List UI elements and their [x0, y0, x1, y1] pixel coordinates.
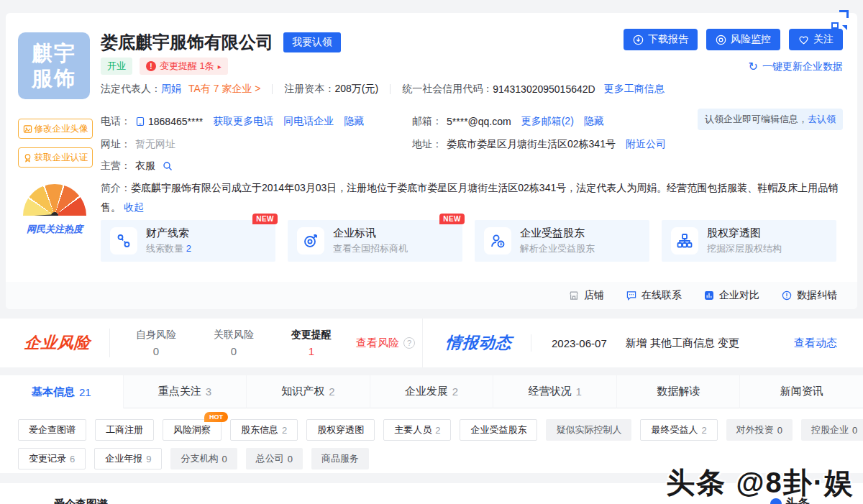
company-compare-button[interactable]: 企业对比 — [703, 289, 759, 302]
tab-operating-status[interactable]: 经营状况1 — [493, 375, 617, 408]
risk-intel-bar: 企业风险 自身风险 0 关联风险 0 变更提醒 1 查看风险 ? — [0, 319, 863, 367]
follow-button[interactable]: 关注 — [789, 29, 843, 50]
chip-suspected-controller[interactable]: 疑似实际控制人 — [546, 419, 631, 441]
tab-company-development[interactable]: 企业发展2 — [370, 375, 494, 408]
card-subtitle: 线索数量 — [146, 243, 183, 254]
chip-label: 风险洞察 — [173, 423, 211, 436]
feature-card-equity-penetration[interactable]: 股权穿透图 挖掘深层股权结构 — [662, 220, 836, 262]
feature-card-asset-clues[interactable]: NEW 财产线索 线索数量 2 — [101, 220, 275, 262]
hide-email-link[interactable]: 隐藏 — [584, 115, 604, 128]
nearby-companies-link[interactable]: 附近公司 — [626, 138, 666, 151]
feature-card-tender-news[interactable]: NEW 企业标讯 查看全国招标商机 — [288, 220, 462, 262]
get-certified-label: 获取企业认证 — [35, 152, 88, 164]
update-company-data-link[interactable]: ↻ 一键更新企业数据 — [749, 60, 843, 73]
tender-target-icon — [297, 227, 324, 255]
card-subtitle-count: 2 — [186, 243, 191, 254]
chip-label: 企业年报 — [105, 452, 142, 465]
chip-business-registration[interactable]: 工商注册 — [95, 419, 154, 441]
email-row: 邮箱： 5****@qq.com 更多邮箱(2) 隐藏 — [412, 115, 604, 128]
self-risk-metric[interactable]: 自身风险 0 — [136, 329, 176, 357]
more-emails-link[interactable]: 更多邮箱(2) — [521, 115, 574, 128]
card-title: 股权穿透图 — [707, 226, 782, 240]
tab-data-insight[interactable]: 数据解读 — [617, 375, 741, 408]
chip-ultimate-beneficiary[interactable]: 最终受益人2 — [640, 419, 717, 441]
data-correction-label: 数据纠错 — [797, 289, 837, 302]
chip-annual-reports[interactable]: 企业年报9 — [94, 448, 162, 469]
chip-goods-services[interactable]: 商品服务 — [311, 448, 369, 469]
chip-label: 工商注册 — [106, 423, 143, 436]
legal-rep-link[interactable]: 周娟 — [161, 83, 181, 96]
claim-company-button[interactable]: 我要认领 — [283, 32, 341, 52]
tab-count: 2 — [452, 385, 458, 398]
website-row: 网址： 暂无网址 — [101, 138, 175, 151]
get-certified-button[interactable]: 获取企业认证 — [18, 147, 93, 168]
chip-change-records[interactable]: 变更记录6 — [18, 448, 86, 469]
claim-notice-link[interactable]: 去认领 — [808, 114, 836, 124]
gauge-pivot — [51, 212, 58, 216]
watermark-text: 头条 @8卦·娱 — [666, 463, 854, 503]
email-label: 邮箱： — [412, 115, 442, 128]
address-label: 地址： — [412, 138, 442, 151]
tab-label: 新闻资讯 — [780, 385, 823, 398]
view-intel-link[interactable]: 查看动态 — [794, 336, 837, 350]
edit-avatar-button[interactable]: 修改企业头像 — [18, 119, 93, 139]
tab-intellectual-property[interactable]: 知识产权2 — [247, 375, 370, 408]
same-phone-companies-link[interactable]: 同电话企业 — [283, 115, 334, 128]
help-icon[interactable]: ? — [403, 337, 415, 349]
tab-news[interactable]: 新闻资讯 — [740, 375, 863, 408]
phone-icon — [135, 116, 145, 127]
chip-risk-insight[interactable]: 风险洞察HOT — [163, 419, 222, 441]
view-risk-link[interactable]: 查看风险 ? — [356, 336, 415, 350]
related-risk-metric[interactable]: 关联风险 0 — [214, 329, 254, 357]
image-icon — [23, 124, 32, 134]
tab-count: 2 — [329, 385, 334, 398]
watermark-logo-icon — [770, 498, 782, 504]
view-risk-label: 查看风险 — [356, 336, 399, 350]
more-phones-link[interactable]: 获取更多电话 — [213, 115, 273, 128]
risk-monitor-button[interactable]: 风险监控 — [706, 29, 780, 50]
shop-button[interactable]: 店铺 — [568, 289, 604, 302]
chip-outbound-investment[interactable]: 对外投资0 — [726, 419, 793, 441]
rep-companies-link[interactable]: TA有 7 家企业 > — [188, 83, 260, 96]
download-report-label: 下载报告 — [648, 33, 688, 46]
feature-card-beneficial-shareholders[interactable]: ¥ 企业受益股东 解析企业受益股东 — [475, 220, 649, 262]
chip-branches[interactable]: 分支机构0 — [170, 448, 237, 469]
chip-count: 2 — [435, 425, 440, 436]
data-correction-button[interactable]: 数据纠错 — [781, 289, 837, 302]
address-row: 地址： 娄底市娄星区月塘街生活区02栋341号 附近公司 — [412, 138, 666, 151]
card-title: 财产线索 — [146, 226, 191, 240]
chip-equity-chart[interactable]: 股权穿透图 — [306, 419, 375, 441]
heart-icon — [798, 35, 809, 45]
change-alert-badge[interactable]: ! 变更提醒 1条 ▸ — [140, 58, 228, 75]
intel-event: 新增 其他工商信息 变更 — [626, 336, 739, 350]
online-contact-button[interactable]: 在线联系 — [626, 289, 682, 302]
chip-row-1: 爱企查图谱 工商注册 风险洞察HOT 股东信息2 股权穿透图 主要人员2 企业受… — [18, 419, 863, 441]
chip-beneficial-shareholders[interactable]: 企业受益股东 — [460, 419, 537, 441]
chip-label: 控股企业 — [811, 423, 849, 436]
chip-key-personnel[interactable]: 主要人员2 — [383, 419, 451, 441]
card-subtitle: 挖掘深层股权结构 — [707, 242, 782, 255]
chip-label: 爱企查图谱 — [29, 423, 76, 436]
collapse-link[interactable]: 收起 — [124, 201, 144, 213]
download-report-button[interactable]: 下载报告 — [624, 29, 698, 50]
search-icon[interactable] — [163, 161, 173, 171]
company-header-card: 麒宇 服饰 娄底麒宇服饰有限公司 我要认领 下载报告 风险监控 关注 ↻ 一键更… — [6, 13, 857, 309]
tab-key-focus[interactable]: 重点关注3 — [124, 375, 247, 408]
card-title: 企业标讯 — [333, 226, 408, 240]
status-tags: 开业 ! 变更提醒 1条 ▸ — [101, 58, 228, 75]
chip-graph[interactable]: 爱企查图谱 — [18, 419, 86, 441]
corner-qr-icon[interactable] — [830, 10, 849, 29]
change-alert-metric[interactable]: 变更提醒 1 — [291, 329, 332, 357]
change-alert-label: 变更提醒 1条 — [160, 60, 214, 73]
tab-basic-info[interactable]: 基本信息21 — [0, 375, 124, 408]
logo-line1: 麒宇 — [32, 41, 76, 66]
monitor-icon — [716, 35, 726, 45]
chip-head-office[interactable]: 总公司0 — [246, 448, 303, 469]
hide-phone-link[interactable]: 隐藏 — [344, 115, 364, 128]
email-value: 5****@qq.com — [447, 116, 511, 127]
chip-shareholders[interactable]: 股东信息2 — [230, 419, 298, 441]
chip-holding-companies[interactable]: 控股企业0 — [801, 419, 863, 441]
chip-label: 对外投资 — [736, 423, 774, 436]
more-business-info-link[interactable]: 更多工商信息 — [604, 83, 665, 96]
chip-count: 0 — [852, 425, 857, 436]
